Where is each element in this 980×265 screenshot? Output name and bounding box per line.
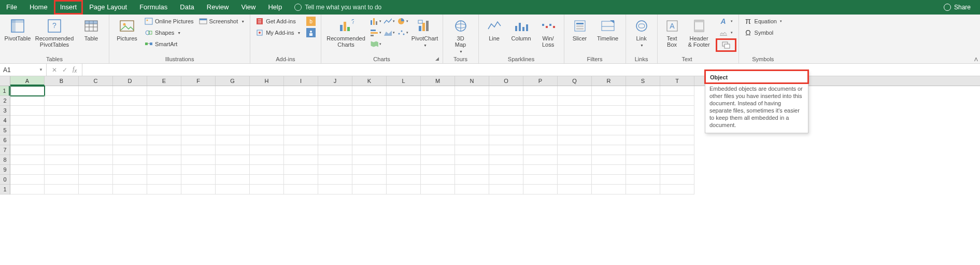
cell[interactable] xyxy=(113,125,147,135)
cell[interactable] xyxy=(147,185,181,194)
cell[interactable] xyxy=(592,185,626,194)
row-header[interactable]: 8 xyxy=(0,155,10,165)
object-button[interactable] xyxy=(717,39,735,51)
cell[interactable] xyxy=(79,86,113,96)
cell[interactable] xyxy=(147,96,181,106)
cell[interactable] xyxy=(318,175,352,185)
bar-chart-button[interactable]: ▾ xyxy=(370,28,381,37)
cell[interactable] xyxy=(10,135,45,145)
tab-file[interactable]: File xyxy=(0,0,23,15)
tab-insert[interactable]: Insert xyxy=(54,0,83,15)
cell[interactable] xyxy=(421,145,455,155)
cell-grid[interactable] xyxy=(10,86,980,194)
column-header[interactable]: K xyxy=(352,76,387,86)
screenshot-button[interactable]: Screenshot ▼ xyxy=(198,17,246,26)
cell[interactable] xyxy=(181,145,216,155)
cell[interactable] xyxy=(79,145,113,155)
cell[interactable] xyxy=(387,145,421,155)
cell[interactable] xyxy=(523,125,558,135)
cell[interactable] xyxy=(10,175,45,185)
cell[interactable] xyxy=(387,155,421,165)
cell[interactable] xyxy=(523,165,558,175)
cell[interactable] xyxy=(387,135,421,145)
cell[interactable] xyxy=(250,106,284,116)
cell[interactable] xyxy=(626,96,660,106)
row-header[interactable]: 6 xyxy=(0,135,10,145)
cell[interactable] xyxy=(181,116,216,125)
cell[interactable] xyxy=(352,96,387,106)
cell[interactable] xyxy=(558,86,592,96)
cell[interactable] xyxy=(660,165,694,175)
cell[interactable] xyxy=(489,106,523,116)
cell[interactable] xyxy=(318,145,352,155)
cell[interactable] xyxy=(284,125,318,135)
collapse-ribbon-button[interactable]: ᐱ xyxy=(974,57,978,62)
cell[interactable] xyxy=(660,86,694,96)
cell[interactable] xyxy=(421,86,455,96)
cell[interactable] xyxy=(523,106,558,116)
column-header[interactable]: M xyxy=(421,76,455,86)
cell[interactable] xyxy=(284,175,318,185)
cell[interactable] xyxy=(352,175,387,185)
cell[interactable] xyxy=(626,175,660,185)
cell[interactable] xyxy=(626,106,660,116)
column-header[interactable]: H xyxy=(250,76,284,86)
sparkline-column-button[interactable]: Column xyxy=(509,17,534,41)
cell[interactable] xyxy=(626,135,660,145)
cell[interactable] xyxy=(421,106,455,116)
column-header[interactable]: D xyxy=(113,76,147,86)
row-header[interactable]: 3 xyxy=(0,106,10,116)
cell[interactable] xyxy=(79,96,113,106)
cell[interactable] xyxy=(113,86,147,96)
cell[interactable] xyxy=(45,175,79,185)
cell[interactable] xyxy=(455,165,489,175)
header-footer-button[interactable]: Header & Footer xyxy=(686,17,713,48)
charts-dialog-launcher[interactable]: ◢ xyxy=(435,56,442,62)
cell[interactable] xyxy=(318,135,352,145)
cell[interactable] xyxy=(660,175,694,185)
cell[interactable] xyxy=(352,165,387,175)
cell[interactable] xyxy=(523,145,558,155)
column-header[interactable]: B xyxy=(45,76,79,86)
cell[interactable] xyxy=(45,145,79,155)
get-addins-button[interactable]: Get Add-ins xyxy=(254,17,302,26)
cell[interactable] xyxy=(45,125,79,135)
cell[interactable] xyxy=(113,135,147,145)
cell[interactable] xyxy=(455,175,489,185)
name-box[interactable]: A1 ▼ xyxy=(0,64,47,76)
cell[interactable] xyxy=(10,155,45,165)
formula-input[interactable] xyxy=(82,64,980,76)
cell[interactable] xyxy=(352,155,387,165)
sparkline-line-button[interactable]: Line xyxy=(483,17,506,41)
column-header[interactable]: Q xyxy=(558,76,592,86)
cell[interactable] xyxy=(455,116,489,125)
cell[interactable] xyxy=(147,125,181,135)
cell[interactable] xyxy=(626,125,660,135)
shapes-button[interactable]: Shapes ▼ xyxy=(144,28,195,37)
cell[interactable] xyxy=(284,86,318,96)
cell[interactable] xyxy=(421,96,455,106)
cell[interactable] xyxy=(284,116,318,125)
cell[interactable] xyxy=(45,106,79,116)
cell[interactable] xyxy=(45,185,79,194)
cell[interactable] xyxy=(318,165,352,175)
cell[interactable] xyxy=(318,106,352,116)
cell[interactable] xyxy=(79,155,113,165)
cell[interactable] xyxy=(147,86,181,96)
cell[interactable] xyxy=(250,185,284,194)
cell[interactable] xyxy=(318,185,352,194)
cell[interactable] xyxy=(489,155,523,165)
cell[interactable] xyxy=(352,145,387,155)
cell[interactable] xyxy=(216,106,250,116)
tab-help[interactable]: Help xyxy=(262,0,288,15)
chevron-down-icon[interactable]: ▼ xyxy=(39,67,43,72)
scatter-chart-button[interactable]: ▾ xyxy=(397,28,408,37)
cell[interactable] xyxy=(626,145,660,155)
pivottable-button[interactable]: PivotTable xyxy=(4,17,31,41)
cell[interactable] xyxy=(10,96,45,106)
cell[interactable] xyxy=(284,145,318,155)
cell[interactable] xyxy=(387,125,421,135)
cell[interactable] xyxy=(113,145,147,155)
cell[interactable] xyxy=(660,96,694,106)
tab-data[interactable]: Data xyxy=(174,0,200,15)
